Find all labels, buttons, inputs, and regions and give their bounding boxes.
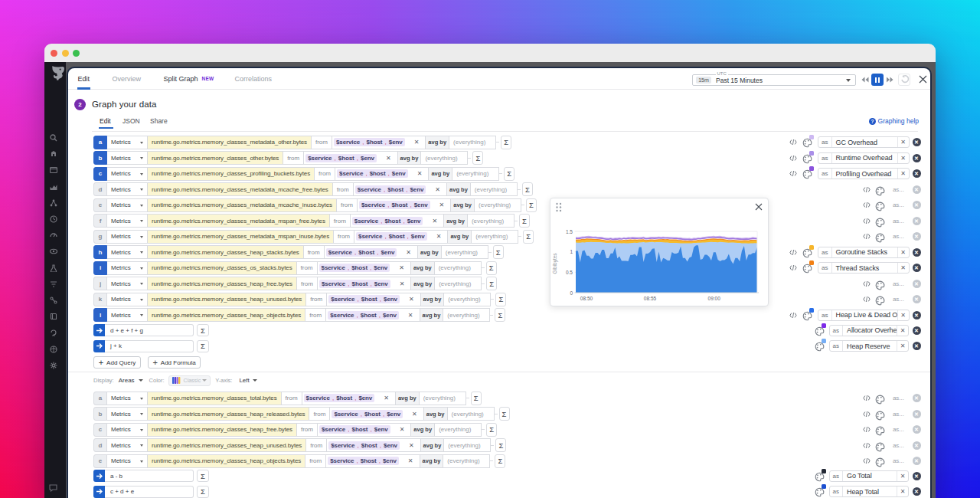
svg-text:09:00: 09:00: [708, 296, 721, 301]
svg-text:Gibibytes: Gibibytes: [552, 253, 558, 274]
svg-text:1: 1: [570, 249, 573, 254]
svg-text:0.5: 0.5: [566, 270, 573, 275]
svg-text:1.5: 1.5: [566, 229, 573, 234]
svg-text:?: ?: [871, 118, 874, 123]
svg-text:0: 0: [570, 290, 573, 296]
svg-text:08:50: 08:50: [580, 296, 593, 301]
svg-text:08:55: 08:55: [644, 296, 657, 301]
